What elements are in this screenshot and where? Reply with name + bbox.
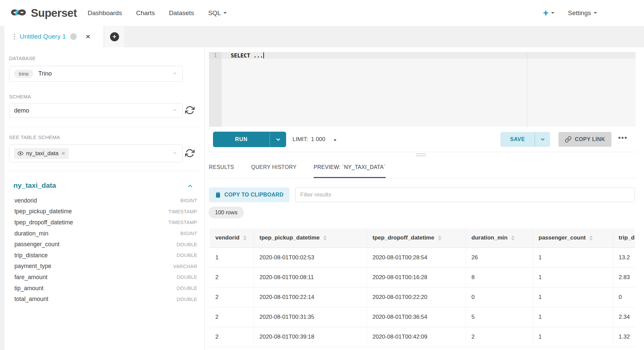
refresh-tables-icon[interactable] [185,148,195,159]
chevron-up-icon[interactable] [186,182,194,191]
nav-dashboards[interactable]: Dashboards [88,9,122,17]
cell: 8 [466,267,533,287]
cell: 1 [533,267,613,287]
cell: 2020-08-01T00:22:20 [367,287,466,307]
column-row: vendoridBIGINT [4,195,197,206]
run-button[interactable]: RUN [213,132,286,147]
sort-icon[interactable] [243,235,247,240]
main-nav: Dashboards Charts Datasets SQL [88,9,226,17]
nav-charts[interactable]: Charts [136,9,155,17]
filter-results-input[interactable] [295,187,635,202]
remove-tag-icon[interactable]: ✕ [61,150,65,157]
sql-workspace: 1 SELECT ... RUN LIMIT: 1 000 SAVE [205,47,644,350]
results-tab-bar: RESULTS QUERY HISTORY PREVIEW: `NY_TAXI_… [209,158,636,178]
editor-print-margin [527,52,527,127]
settings-menu[interactable]: Settings [568,9,597,17]
refresh-schemas-icon[interactable] [185,105,195,116]
superset-logo[interactable]: Superset [9,7,77,19]
nav-datasets[interactable]: Datasets [169,9,194,17]
column-row: total_amountDOUBLE [4,294,197,305]
column-row: fare_amountDOUBLE [4,272,197,283]
cell: 2020-08-01T00:36:54 [367,307,466,327]
copy-to-clipboard-label: COPY TO CLIPBOARD [224,192,283,198]
column-name: passenger_count [14,241,59,248]
column-header[interactable]: tpep_dropoff_datetime [367,228,466,248]
copy-link-label: COPY LINK [575,136,605,142]
page-left-gutter [0,47,4,350]
query-tab[interactable]: Untitled Query 1 ✕ [4,26,103,47]
cell: 2 [210,287,254,307]
sql-text: SELECT ... [231,52,263,59]
sort-icon[interactable] [511,235,515,240]
cell: 2020-08-01T00:16:28 [367,267,466,287]
line-number: 1 [209,52,222,59]
column-type: DOUBLE [177,242,197,247]
settings-label: Settings [568,9,591,17]
cell: 2 [466,327,533,347]
limit-dropdown[interactable]: LIMIT: 1 000 [292,132,336,147]
new-item-menu[interactable]: + [543,8,554,18]
cell: 1 [533,307,613,327]
column-header[interactable]: vendorid [210,228,254,248]
column-type: DOUBLE [177,253,197,258]
cell: 1 [533,287,613,307]
copy-to-clipboard-button[interactable]: COPY TO CLIPBOARD [209,187,289,202]
row-count-badge: 100 rows [209,207,244,218]
column-row: tpep_dropoff_datetimeTIMESTAMP [4,217,197,228]
table-header-row: vendorid tpep_pickup_datetime tpep_dropo… [210,228,635,248]
save-button[interactable]: SAVE [500,132,550,147]
column-header[interactable]: trip_distance [613,228,635,248]
column-name: tip_amount [14,285,44,292]
schema-label: SCHEMA [9,94,31,99]
table-tag[interactable]: ny_taxi_data ✕ [14,148,69,159]
database-badge: trino [14,70,33,78]
column-name: fare_amount [14,274,47,281]
unsaved-indicator [70,33,77,40]
more-options-icon[interactable]: ••• [618,134,628,142]
new-query-tab-button[interactable]: + [105,26,124,47]
cell: 2 [210,267,254,287]
database-value: Trino [38,70,52,77]
editor-code-line[interactable]: SELECT ... [231,52,264,59]
table-schema-title[interactable]: ny_taxi_data [13,181,56,189]
cell: 2 [210,307,254,327]
schema-select[interactable]: demo [9,103,183,118]
query-tab-title[interactable]: Untitled Query 1 [20,33,66,40]
column-row: trip_distanceDOUBLE [4,250,197,261]
cell: 1 [210,248,254,267]
pane-resize-handle[interactable] [416,154,426,158]
schema-value: demo [14,107,29,114]
column-type: DOUBLE [177,274,197,280]
cell: 0 [613,287,635,307]
column-name: tpep_pickup_datetime [14,208,72,215]
column-name: payment_type [14,263,51,270]
nav-sql[interactable]: SQL [208,9,227,17]
table-select[interactable]: ny_taxi_data ✕ [9,144,183,162]
column-list: vendoridBIGINT tpep_pickup_datetimeTIMES… [4,195,197,305]
sql-editor[interactable]: 1 SELECT ... [209,52,636,127]
drag-handle-icon[interactable] [14,34,15,40]
database-select[interactable]: trino Trino [9,66,183,82]
table-row: 12020-08-01T00:02:532020-08-01T00:28:542… [210,248,635,267]
column-name: vendorid [14,197,37,204]
run-label[interactable]: RUN [213,132,270,147]
editor-toolbar: RUN LIMIT: 1 000 SAVE COPY LINK ••• [205,132,636,148]
sort-icon[interactable] [438,235,441,240]
column-header[interactable]: duration_min [466,228,533,248]
column-header[interactable]: passenger_count [533,228,613,248]
column-header[interactable]: tpep_pickup_datetime [254,228,367,248]
chevron-down-icon [172,70,178,78]
copy-link-button[interactable]: COPY LINK [558,132,611,147]
sort-icon[interactable] [589,235,593,240]
close-icon[interactable]: ✕ [86,33,90,40]
run-options-button[interactable] [270,132,286,147]
save-options-button[interactable] [535,132,550,147]
save-label[interactable]: SAVE [500,132,535,147]
sqllab-sidebar: DATABASE trino Trino SCHEMA demo SEE TAB… [4,47,205,350]
sort-icon[interactable] [323,235,327,240]
tab-preview[interactable]: PREVIEW: `NY_TAXI_DATA` [314,158,386,178]
tab-query-history[interactable]: QUERY HISTORY [251,158,297,178]
cell: 2020-08-01T00:02:53 [254,248,367,267]
column-row: tpep_pickup_datetimeTIMESTAMP [4,206,197,217]
tab-results[interactable]: RESULTS [209,158,234,178]
